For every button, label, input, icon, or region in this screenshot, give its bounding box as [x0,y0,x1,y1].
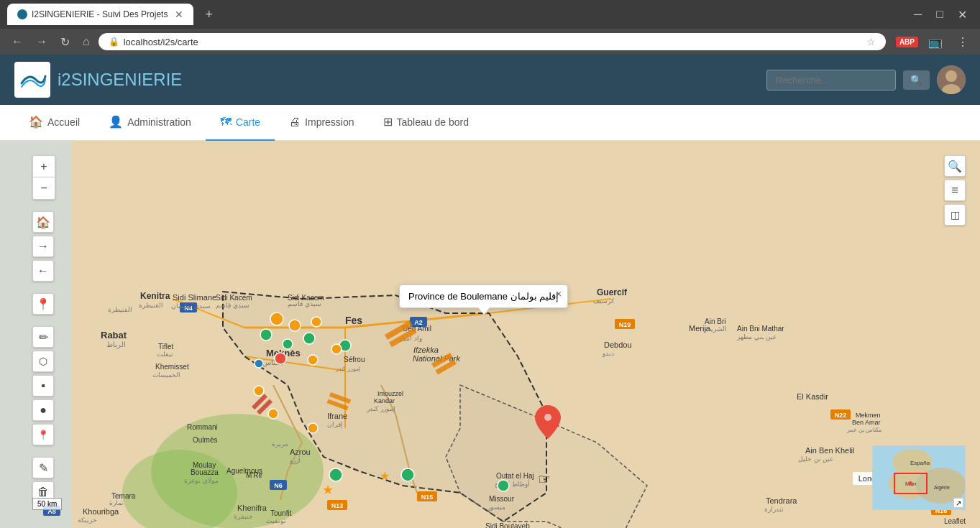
location-button[interactable]: 📍 [32,293,54,315]
draw-point-button[interactable]: 📍 [32,424,54,445]
admin-nav-icon: 👤 [109,115,123,129]
svg-point-154 [329,468,342,481]
svg-text:★: ★ [380,470,390,482]
svg-text:M'Rir: M'Rir [246,471,263,479]
map-popup: × Province de Boulemane إقليم بولمان [399,284,568,308]
svg-text:Sidi Slimane: Sidi Slimane [173,293,216,302]
svg-text:Khenifra: Khenifra [237,504,267,512]
lock-icon: 🔒 [109,37,119,47]
svg-text:N13: N13 [331,502,344,509]
svg-text:Missour: Missour [489,495,515,503]
home-button[interactable]: ⌂ [78,32,94,51]
svg-text:El Kasdir: El Kasdir [797,392,828,401]
bookmark-icon[interactable]: ☆ [866,36,876,47]
nav-administration[interactable]: 👤 Administration [94,105,206,141]
layers-button[interactable]: ◫ [944,204,966,226]
draw-polygon-button[interactable]: ⬡ [32,351,54,372]
menu-button[interactable]: ⋮ [953,32,973,52]
svg-text:Bouazza: Bouazza [191,468,219,476]
svg-text:☞: ☞ [538,471,551,487]
zoom-control: + − [32,155,55,200]
tableau-nav-icon: ⊞ [383,115,393,129]
address-text: localhost/i2s/carte [124,37,862,47]
back-map-button[interactable]: ← [32,260,54,282]
search-input[interactable] [766,70,896,91]
nav-accueil[interactable]: 🏠 Accueil [14,105,94,141]
svg-point-170 [255,359,263,368]
nav-impression-label: Impression [305,116,354,128]
draw-circle-button[interactable]: ● [32,399,54,421]
minimize-button[interactable]: ─ [908,6,928,23]
svg-text:إموزر كندر: إموزر كندر [335,366,360,372]
maximize-button[interactable]: □ [930,6,949,23]
nav-bar: 🏠 Accueil 👤 Administration 🗺 Carte 🖨 Imp… [0,105,980,141]
minimap-expand[interactable]: ↗ [953,498,963,508]
svg-text:Rabat: Rabat [101,330,127,341]
svg-text:خنيفرة: خنيفرة [234,513,253,521]
svg-text:تونفيت: تونفيت [266,517,286,525]
svg-point-161 [308,355,318,365]
tab-title: I2SINGENIERIE - Suivi Des Projets [32,9,168,19]
svg-text:Sidi Kacem: Sidi Kacem [288,294,324,302]
nav-impression[interactable]: 🖨 Impression [275,105,368,141]
popup-close-button[interactable]: × [556,288,562,300]
user-avatar[interactable] [937,65,966,94]
tab-close-button[interactable]: ✕ [175,9,183,20]
cast-button[interactable]: 📺 [924,32,947,52]
svg-text:Ben Amar: Ben Amar [852,419,881,426]
svg-text:Outat el Haj: Outat el Haj [496,472,534,480]
svg-point-155 [401,468,414,481]
forward-button[interactable]: → [32,32,52,51]
search-area: 🔍 [766,65,966,94]
browser-tab[interactable]: I2SINGENIERIE - Suivi Des Projets ✕ [7,4,193,25]
app-header: i2SINGENIERIE 🔍 [0,55,980,105]
forward-map-button[interactable]: → [32,236,54,257]
svg-text:★: ★ [322,483,334,497]
nav-tableau[interactable]: ⊞ Tableau de bord [369,105,483,141]
edit-shapes-button[interactable]: ✎ [32,457,54,478]
svg-text:Kandar: Kandar [374,397,395,404]
back-button[interactable]: ← [7,32,27,51]
browser-actions: ABP 📺 ⋮ [896,32,973,52]
svg-text:N15: N15 [421,494,434,501]
reload-button[interactable]: ↻ [56,32,74,52]
svg-text:كرسيف: كرسيف [593,297,615,305]
hamburger-button[interactable]: ≡ [944,180,966,201]
home-map-button[interactable]: 🏠 [32,211,54,233]
svg-point-151 [283,339,293,349]
zoom-out-button[interactable]: − [33,177,55,199]
svg-text:تمارة: تمارة [109,499,124,507]
new-tab-button[interactable]: + [199,4,219,25]
svg-text:مكناس بن عمر: مكناس بن عمر [846,427,881,433]
draw-rectangle-button[interactable]: ▪ [32,375,54,397]
draw-line-button[interactable]: ✏ [32,326,54,348]
magnify-button[interactable]: 🔍 [944,155,966,177]
svg-text:الرباط: الرباط [106,341,126,349]
nav-administration-label: Administration [127,116,191,128]
svg-text:الخميسات: الخميسات [152,371,180,379]
address-bar[interactable]: 🔒 localhost/i2s/carte ☆ [99,33,886,50]
search-button[interactable]: 🔍 [903,70,930,90]
svg-text:Ain Ben Khelil: Ain Ben Khelil [805,446,855,455]
svg-text:Khemisset: Khemisset [155,363,189,371]
map-controls-left: + − 🏠 → ← 📍 ✏ ⬡ ▪ ● 📍 ✎ 🗑 [32,155,55,503]
svg-text:Ifzekka: Ifzekka [413,346,439,354]
logo-text: i2SINGENIERIE [58,70,182,90]
zoom-in-button[interactable]: + [33,156,55,177]
svg-text:N19: N19 [619,321,631,328]
svg-text:Tounfit: Tounfit [270,509,292,517]
svg-point-159 [311,317,321,327]
svg-text:Tendrara: Tendrara [766,496,797,505]
nav-carte[interactable]: 🗺 Carte [206,105,275,141]
map-container[interactable]: N4 A2 N6 N13 N15 N19 N17 N22 N13 A8 A8 [0,141,980,528]
svg-point-162 [254,386,264,396]
svg-text:خريبكة: خريبكة [78,517,97,524]
svg-point-167 [544,414,551,421]
svg-point-158 [289,320,301,331]
browser-chrome: I2SINGENIERIE - Suivi Des Projets ✕ + ─ … [0,0,980,29]
adblock-button[interactable]: ABP [896,37,918,47]
svg-text:Ifrane: Ifrane [327,412,347,420]
svg-text:Algérie: Algérie [934,485,950,491]
svg-text:Ain Bri: Ain Bri [705,318,725,325]
close-button[interactable]: ✕ [952,6,973,23]
